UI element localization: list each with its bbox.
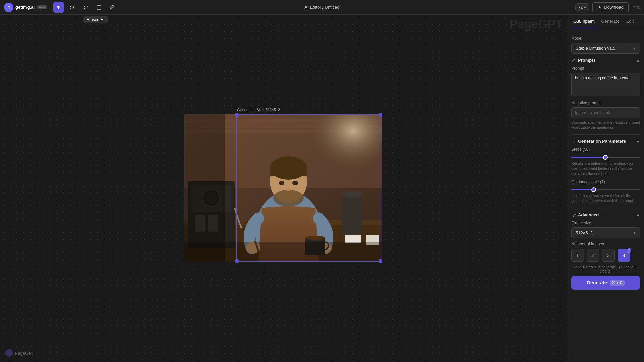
tab-out-inpaint[interactable]: Out/Inpaint [570,15,598,28]
selected-check-icon: ✓ [627,248,631,253]
prompt-label: Prompt [571,66,640,71]
num-images-2-button[interactable]: 2 [587,249,599,262]
frame-size-chevron-icon: ▾ [634,230,636,235]
credits-text: Need 4 credits to generate. You have 83 … [571,265,640,273]
num-images-3-button[interactable]: 3 [602,249,615,262]
guidance-slider-row: Guidance scale (7) Increasing guidance s… [571,180,640,204]
beta-badge: beta [37,5,47,9]
topbar: g getimg.ai beta Eraser [E] AI Editor / … [0,0,644,15]
right-panel: Out/Inpaint Generate Edit Model Stable D… [567,15,644,362]
svg-rect-37 [184,242,382,262]
model-value: Stable Diffusion v1.5 [576,46,615,51]
num-images-row: 1 2 3 4 ✓ [571,249,640,262]
num-images-label: Number of images [571,242,640,246]
watermark-circle-icon [5,349,13,357]
advanced-header: Advanced ▲ [571,212,640,217]
settings-icon [571,212,576,217]
tab-edit[interactable]: Edit [623,15,637,28]
advanced-title: Advanced [571,212,599,217]
negative-prompt-input[interactable] [571,107,640,118]
svg-rect-0 [97,5,101,9]
negative-prompt-hint: Concepts specified in the negative promp… [571,120,640,130]
steps-label: Steps (50) [571,147,640,152]
gen-params-title: Generation Parameters [571,139,626,144]
svg-point-40 [573,140,574,141]
tab-generate[interactable]: Generate [598,15,623,28]
steps-slider[interactable] [571,157,640,158]
app-name: getimg.ai [15,5,35,10]
negative-prompt-label: Negative prompt [571,101,640,105]
num-images-1-button[interactable]: 1 [571,249,584,262]
generation-size-label: Generation Size: 512×512 [237,108,280,112]
generate-shortcut: ⌘ + G [610,280,625,286]
download-label: Download [604,5,624,10]
prompts-section-header: Prompts ▲ [571,58,640,63]
eraser-button[interactable] [107,2,118,13]
undo-button[interactable] [67,2,77,13]
eraser-tooltip: Eraser [E] [83,16,108,23]
watermark-top-right: PageGPT [505,15,567,34]
logo-area: g getimg.ai beta [4,3,47,12]
zoom-control[interactable]: x1 ▾ [575,3,589,11]
zoom-level-label: x1 [578,5,583,10]
generate-button[interactable]: Generate ⌘ + G [571,276,640,290]
steps-hint: Results are better the more steps you us… [571,161,640,176]
canvas-image-container: Generation Size: 512×512 [184,114,382,263]
panel-content: Model Stable Diffusion v1.5 ▾ Prompts ▲ … [567,28,644,362]
gen-params-header: Generation Parameters ▲ [571,139,640,144]
chevron-down-icon: ▾ [634,46,636,51]
prompts-title: Prompts [571,58,596,63]
download-button[interactable]: Download [592,2,629,12]
generate-label: Generate [587,280,607,285]
watermark-bottom-left: PageGPT [5,349,34,357]
gen-params-toggle[interactable]: ▲ [636,139,640,143]
editor-title: AI Editor / Untitled [305,5,340,10]
svg-point-42 [573,214,574,215]
frame-button[interactable] [94,2,104,13]
topbar-right: x1 ▾ Download 74% [575,2,640,12]
guidance-hint: Increasing guidance scale forces the gen… [571,193,640,204]
num-images-4-button[interactable]: 4 ✓ [618,249,630,262]
guidance-slider[interactable] [571,189,640,190]
canvas-image [184,114,382,262]
pencil-icon [571,58,576,63]
divider-1 [571,134,640,135]
frame-size-select[interactable]: 512×512 ▾ [571,227,640,238]
svg-rect-36 [184,114,225,262]
logo-icon: g [4,3,13,12]
chevron-down-icon: ▾ [584,5,586,10]
advanced-toggle[interactable]: ▲ [636,212,640,217]
model-select[interactable]: Stable Diffusion v1.5 ▾ [571,43,640,54]
prompt-input[interactable]: barista making coffee in a cafe [571,73,640,96]
redo-button[interactable] [80,2,91,13]
frame-size-label: Frame size [571,221,640,225]
guidance-label: Guidance scale (7) [571,180,640,184]
zoom-percent: 74% [632,5,640,10]
main-area: Generation Size: 512×512 PageGPT PageGPT… [0,15,644,362]
frame-size-value: 512×512 [576,230,593,235]
select-tool-button[interactable] [53,2,64,13]
divider-2 [571,208,640,208]
sliders-icon [571,139,576,143]
prompts-toggle[interactable]: ▲ [636,58,640,63]
model-label: Model [571,36,640,41]
panel-tabs: Out/Inpaint Generate Edit [567,15,644,28]
canvas-area[interactable]: Generation Size: 512×512 PageGPT PageGPT [0,15,567,362]
svg-point-41 [574,142,575,143]
watermark-text: PageGPT [15,351,34,356]
steps-slider-row: Steps (50) Results are better the more s… [571,147,640,176]
